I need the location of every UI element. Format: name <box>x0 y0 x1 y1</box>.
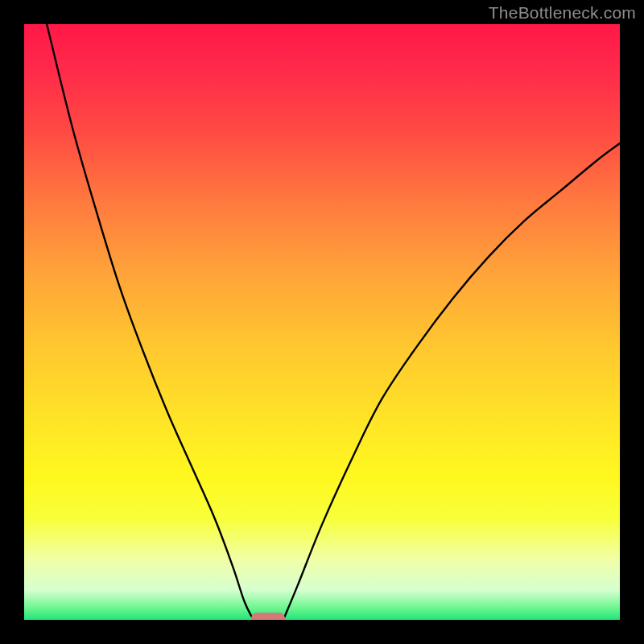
watermark-text: TheBottleneck.com <box>489 3 636 23</box>
curve-left-branch <box>47 24 254 620</box>
curve-right-branch <box>283 143 620 620</box>
curve-layer <box>24 24 620 620</box>
minimum-marker <box>251 613 285 620</box>
plot-area <box>24 24 620 620</box>
chart-frame: TheBottleneck.com <box>0 0 644 644</box>
